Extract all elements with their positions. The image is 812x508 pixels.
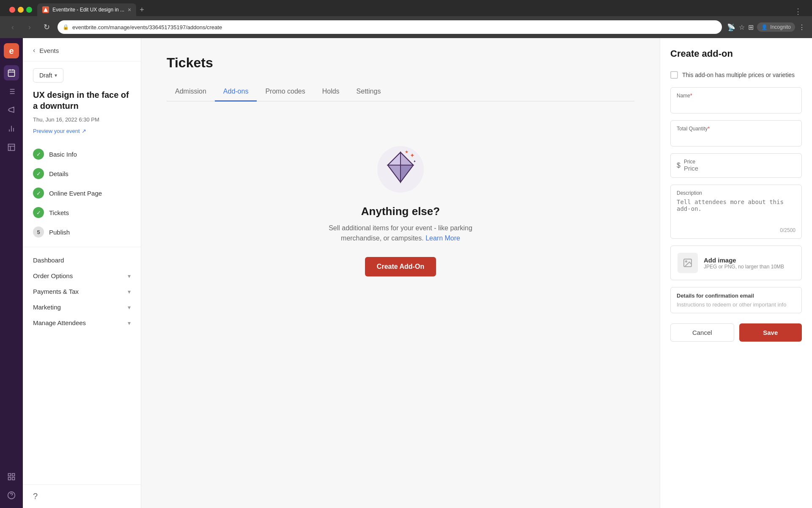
cast-icon[interactable]: 📡 [727,23,735,31]
step-basic-info[interactable]: ✓ Basic Info [23,144,141,164]
right-panel: Create add-on This add-on has multiple p… [660,38,812,508]
new-tab-button[interactable]: + [140,3,144,16]
marketing-chevron-icon: ▾ [128,304,131,311]
extensions-icon[interactable]: ⊞ [748,23,754,31]
image-upload-area[interactable]: Add image JPEG or PNG, no larger than 10… [670,246,802,280]
sidebar-dashboard-label: Dashboard [33,257,64,264]
svg-text:★: ★ [405,149,409,154]
browser-menu-button[interactable]: ⋮ [798,23,805,31]
address-bar[interactable]: 🔒 eventbrite.com/manage/events/336451735… [58,20,722,34]
incognito-button[interactable]: 👤 Incognito [757,22,795,32]
svg-rect-0 [8,70,15,76]
name-field-label: Name* [677,93,796,99]
nav-building-icon[interactable] [4,140,19,155]
sidebar-payments-tax-label: Payments & Tax [33,288,79,295]
step-details[interactable]: ✓ Details [23,164,141,183]
external-link-icon: ↗ [82,128,86,134]
browser-refresh-button[interactable]: ↻ [41,21,52,33]
incognito-avatar-icon: 👤 [761,24,768,30]
nav-list-icon[interactable] [4,84,19,99]
window-close-button[interactable] [9,7,15,13]
confirmation-email-label: Details for confirmation email [677,293,796,299]
tab-favicon [42,6,49,13]
incognito-label: Incognito [770,24,791,30]
svg-rect-17 [12,478,15,480]
sidebar-dashboard[interactable]: Dashboard [33,252,131,268]
nav-chart-icon[interactable] [4,121,19,136]
event-title: UX design in the face of a downturn [23,89,141,115]
nav-grid-icon[interactable] [4,469,19,484]
browser-back-button[interactable]: ‹ [7,21,19,33]
sidebar-bottom: ? [23,484,141,508]
step-details-label: Details [49,170,69,177]
tab-settings[interactable]: Settings [348,83,390,102]
empty-state-title: Anything else? [361,205,440,218]
name-input[interactable] [677,100,796,108]
step-basic-info-icon: ✓ [33,149,44,160]
learn-more-link[interactable]: Learn More [425,235,460,242]
nav-help-icon[interactable] [4,488,19,503]
tab-holds[interactable]: Holds [314,83,348,102]
confirmation-email-field[interactable]: Details for confirmation email Instructi… [670,287,802,313]
description-field[interactable]: Description 0/2500 [670,185,802,239]
tabs: Admission Add-ons Promo codes Holds Sett… [167,83,634,102]
sidebar: ‹ Events Draft ▾ UX design in the face o… [23,38,141,508]
step-tickets[interactable]: ✓ Tickets [23,203,141,222]
multiple-prices-row: This add-on has multiple prices or varie… [670,69,802,80]
svg-rect-15 [12,474,15,476]
price-input[interactable] [684,165,796,172]
payments-tax-chevron-icon: ▾ [128,288,131,295]
sidebar-events-link[interactable]: Events [39,47,59,54]
save-button[interactable]: Save [739,323,802,342]
step-publish[interactable]: 5 Publish [23,222,141,242]
draft-status-button[interactable]: Draft ▾ [33,68,63,83]
help-icon[interactable]: ? [33,491,38,501]
step-publish-label: Publish [49,229,70,236]
sidebar-manage-attendees[interactable]: Manage Attendees ▾ [33,315,131,331]
step-basic-info-label: Basic Info [49,151,77,158]
svg-rect-13 [8,144,15,151]
sidebar-payments-tax[interactable]: Payments & Tax ▾ [33,284,131,299]
step-online-event-page[interactable]: ✓ Online Event Page [23,183,141,203]
step-online-event-page-label: Online Event Page [49,190,102,197]
browser-expand-button[interactable]: ⋮ [794,7,809,16]
tab-promo-codes[interactable]: Promo codes [257,83,313,102]
nav-megaphone-icon[interactable] [4,102,19,118]
price-label: Price [684,159,796,165]
browser-tab[interactable]: Eventbrite - Edit UX design in ... × [37,3,136,16]
description-textarea[interactable] [677,199,796,224]
quantity-field-label: Total Quantity* [677,126,796,132]
description-label: Description [677,190,796,196]
quantity-field[interactable]: Total Quantity* [670,120,802,146]
tab-close-button[interactable]: × [128,6,131,13]
price-field[interactable]: $ Price [670,153,802,178]
name-field[interactable]: Name* [670,87,802,113]
nav-calendar-icon[interactable] [4,65,19,80]
multiple-prices-checkbox[interactable] [670,71,678,79]
icon-nav: e [0,38,23,508]
sidebar-order-options[interactable]: Order Options ▾ [33,268,131,284]
sidebar-marketing-label: Marketing [33,304,61,311]
sidebar-back-button[interactable]: ‹ [33,47,35,54]
window-minimize-button[interactable] [18,7,24,13]
diamond-illustration: ✦ ★ ✦ [375,144,426,195]
create-addon-button[interactable]: Create Add-On [365,257,436,276]
preview-event-link[interactable]: Preview your event ↗ [33,128,131,134]
image-upload-text: Add image JPEG or PNG, no larger than 10… [704,257,784,270]
empty-state: ✦ ★ ✦ Anything else? Sell additional ite… [167,119,634,302]
quantity-input[interactable] [677,133,796,141]
cancel-button[interactable]: Cancel [670,323,734,342]
name-required-marker: * [690,93,692,99]
sidebar-marketing[interactable]: Marketing ▾ [33,299,131,315]
draft-chevron-icon: ▾ [55,72,57,78]
step-tickets-icon: ✓ [33,207,44,218]
browser-forward-button[interactable]: › [24,21,36,33]
tab-admission[interactable]: Admission [167,83,215,102]
step-publish-icon: 5 [33,226,44,237]
window-maximize-button[interactable] [26,7,32,13]
draft-label: Draft [39,72,52,79]
bookmark-icon[interactable]: ☆ [739,23,745,31]
app-logo[interactable]: e [4,43,19,58]
tab-addons[interactable]: Add-ons [215,83,257,102]
sidebar-order-options-label: Order Options [33,272,73,279]
